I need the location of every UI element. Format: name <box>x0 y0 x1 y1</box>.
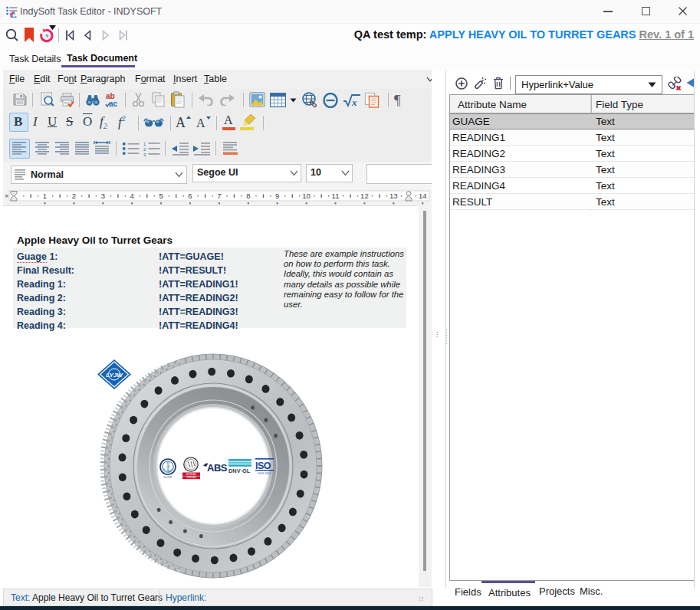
svg-text:12: 12 <box>360 192 369 200</box>
svg-text:2: 2 <box>72 192 76 200</box>
svg-text:x: x <box>351 97 357 107</box>
svg-text:¶: ¶ <box>394 92 401 107</box>
svg-text:ISO: ISO <box>255 461 271 471</box>
svg-text:3: 3 <box>143 152 146 156</box>
svg-text:ABS: ABS <box>207 462 228 474</box>
svg-text:6: 6 <box>188 192 192 200</box>
svg-text:8: 8 <box>246 192 250 200</box>
svg-text:BUREAU: BUREAU <box>186 473 197 476</box>
svg-text:9: 9 <box>275 192 279 200</box>
svg-text:⚓: ⚓ <box>162 461 175 474</box>
svg-text:ac: ac <box>109 100 118 108</box>
svg-text:A: A <box>176 115 186 129</box>
svg-text:1: 1 <box>143 142 146 146</box>
svg-text:DNV·GL: DNV·GL <box>228 467 251 474</box>
svg-text:2: 2 <box>143 147 146 152</box>
svg-text:9001:2015: 9001:2015 <box>258 472 271 475</box>
svg-text:14: 14 <box>419 192 427 200</box>
svg-text:LYJW: LYJW <box>106 372 123 379</box>
svg-text:3: 3 <box>101 192 105 200</box>
svg-text:A: A <box>196 116 205 129</box>
svg-text:5: 5 <box>159 192 163 200</box>
svg-text:4: 4 <box>130 192 134 200</box>
svg-text:LLOYD: LLOYD <box>163 476 173 479</box>
svg-text:13: 13 <box>389 192 398 200</box>
svg-text:1: 1 <box>43 192 47 200</box>
svg-text:7: 7 <box>217 192 221 200</box>
svg-text:10: 10 <box>302 192 311 200</box>
svg-text:11: 11 <box>332 192 340 200</box>
svg-text:VERITAS: VERITAS <box>186 476 196 479</box>
